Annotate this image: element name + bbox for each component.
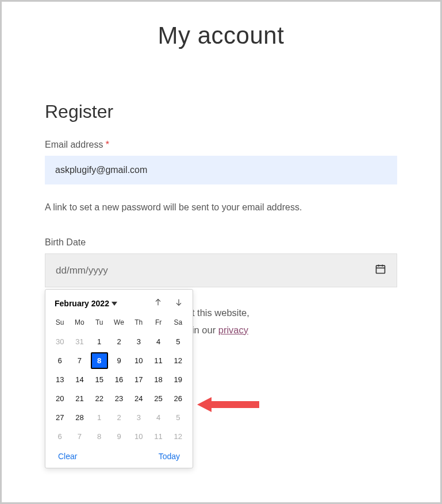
annotation-arrow-icon <box>197 396 260 413</box>
day-cell[interactable]: 31 <box>71 333 88 350</box>
day-cell[interactable]: 15 <box>91 371 108 388</box>
chevron-down-icon <box>112 299 117 308</box>
day-cell[interactable]: 3 <box>130 409 147 426</box>
day-cell[interactable]: 30 <box>51 333 68 350</box>
day-cell[interactable]: 5 <box>170 409 187 426</box>
day-of-week-header: Tu <box>90 315 109 332</box>
month-label: February 2022 <box>55 299 109 308</box>
day-cell[interactable]: 28 <box>71 409 88 426</box>
day-cell[interactable]: 9 <box>110 352 128 369</box>
day-cell[interactable]: 4 <box>149 333 167 350</box>
birthdate-label: Birth Date <box>45 237 397 248</box>
day-cell[interactable]: 2 <box>110 409 128 426</box>
month-nav <box>153 298 183 309</box>
day-cell[interactable]: 7 <box>71 352 88 369</box>
month-selector[interactable]: February 2022 <box>55 299 117 308</box>
privacy-link[interactable]: privacy <box>218 325 248 335</box>
day-cell[interactable]: 2 <box>110 333 128 350</box>
day-cell-selected[interactable]: 8 <box>91 352 108 369</box>
day-cell[interactable]: 19 <box>170 371 187 388</box>
today-button[interactable]: Today <box>159 452 180 461</box>
day-cell[interactable]: 16 <box>110 371 128 388</box>
day-cell[interactable]: 8 <box>91 428 108 445</box>
clear-button[interactable]: Clear <box>58 452 77 461</box>
day-cell[interactable]: 27 <box>51 409 68 426</box>
day-cell[interactable]: 26 <box>170 390 187 407</box>
email-field[interactable] <box>45 156 397 184</box>
day-cell[interactable]: 3 <box>130 333 147 350</box>
day-cell[interactable]: 22 <box>91 390 108 407</box>
day-of-week-header: We <box>109 315 129 332</box>
day-cell[interactable]: 25 <box>149 390 167 407</box>
day-cell[interactable]: 4 <box>149 409 167 426</box>
register-heading: Register <box>45 101 397 122</box>
birthdate-placeholder: dd/mm/yyyy <box>56 265 108 276</box>
day-of-week-header: Th <box>129 315 148 332</box>
day-cell[interactable]: 13 <box>51 371 68 388</box>
day-cell[interactable]: 11 <box>149 352 167 369</box>
day-cell[interactable]: 7 <box>71 428 88 445</box>
day-cell[interactable]: 12 <box>170 352 187 369</box>
day-cell[interactable]: 1 <box>91 333 108 350</box>
next-month-button[interactable] <box>174 298 183 309</box>
svg-marker-4 <box>112 302 117 306</box>
birthdate-field[interactable]: dd/mm/yyyy <box>45 253 397 287</box>
day-cell[interactable]: 18 <box>149 371 167 388</box>
day-cell[interactable]: 24 <box>130 390 147 407</box>
day-cell[interactable]: 5 <box>170 333 187 350</box>
day-cell[interactable]: 6 <box>51 352 68 369</box>
calendar-icon[interactable] <box>375 263 386 278</box>
day-of-week-header: Sa <box>168 315 188 332</box>
day-cell[interactable]: 12 <box>170 428 187 445</box>
day-cell[interactable]: 10 <box>130 352 147 369</box>
email-label: Email address * <box>45 140 397 150</box>
email-label-text: Email address <box>45 140 103 149</box>
page-title: My account <box>2 22 440 49</box>
svg-rect-0 <box>376 266 385 273</box>
day-of-week-header: Su <box>50 315 70 332</box>
day-cell[interactable]: 17 <box>130 371 147 388</box>
day-cell[interactable]: 11 <box>149 428 167 445</box>
day-cell[interactable]: 23 <box>110 390 128 407</box>
day-cell[interactable]: 9 <box>110 428 128 445</box>
password-hint: A link to set a new password will be sen… <box>45 201 397 214</box>
datepicker-grid: SuMoTuWeThFrSa30311234567891011121314151… <box>50 315 188 446</box>
day-cell[interactable]: 20 <box>51 390 68 407</box>
day-of-week-header: Fr <box>148 315 168 332</box>
svg-marker-7 <box>197 397 259 412</box>
datepicker-footer: Clear Today <box>50 446 188 464</box>
day-cell[interactable]: 21 <box>71 390 88 407</box>
required-mark: * <box>106 140 109 149</box>
datepicker: February 2022 SuMoTuWeThFrSa303112345678… <box>45 289 193 468</box>
day-cell[interactable]: 1 <box>91 409 108 426</box>
day-cell[interactable]: 14 <box>71 371 88 388</box>
prev-month-button[interactable] <box>153 298 163 309</box>
day-of-week-header: Mo <box>70 315 89 332</box>
day-cell[interactable]: 6 <box>51 428 68 445</box>
day-cell[interactable]: 10 <box>130 428 147 445</box>
datepicker-header: February 2022 <box>50 295 188 315</box>
